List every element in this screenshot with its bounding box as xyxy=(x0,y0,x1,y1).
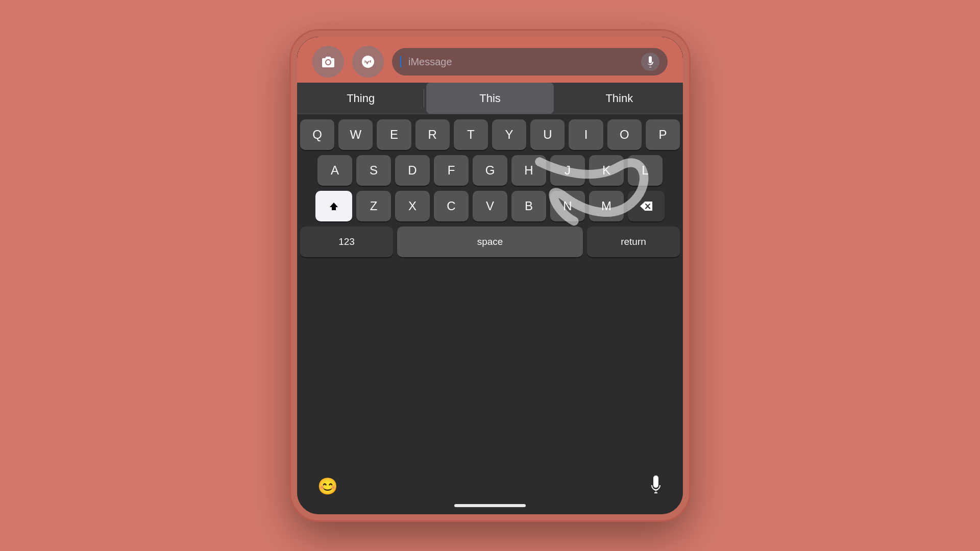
key-m[interactable]: M xyxy=(589,191,624,221)
emoji-button[interactable]: 😊 xyxy=(317,477,338,496)
shift-key[interactable] xyxy=(315,191,352,221)
number-key[interactable]: 123 xyxy=(300,227,393,257)
return-key[interactable]: return xyxy=(587,227,680,257)
key-row-4: 123 space return xyxy=(300,227,680,257)
key-z[interactable]: Z xyxy=(356,191,391,221)
key-x[interactable]: X xyxy=(395,191,430,221)
key-e[interactable]: E xyxy=(377,119,411,150)
message-placeholder: iMessage xyxy=(408,56,636,68)
key-t[interactable]: T xyxy=(454,119,488,150)
autocomplete-this[interactable]: This xyxy=(426,83,553,114)
key-a[interactable]: A xyxy=(317,155,352,186)
key-n[interactable]: N xyxy=(550,191,585,221)
space-key[interactable]: space xyxy=(397,227,583,257)
keys-section: Q W E R T Y U I O P A S D F G xyxy=(297,114,683,468)
key-d[interactable]: D xyxy=(395,155,430,186)
key-s[interactable]: S xyxy=(356,155,391,186)
key-l[interactable]: L xyxy=(628,155,663,186)
autocomplete-bar: Thing This Think xyxy=(297,83,683,114)
home-indicator xyxy=(454,504,526,507)
key-c[interactable]: C xyxy=(434,191,469,221)
key-q[interactable]: Q xyxy=(300,119,334,150)
autocomplete-thing[interactable]: Thing xyxy=(297,83,424,114)
key-y[interactable]: Y xyxy=(492,119,526,150)
key-j[interactable]: J xyxy=(550,155,585,186)
key-f[interactable]: F xyxy=(434,155,469,186)
key-v[interactable]: V xyxy=(473,191,507,221)
delete-key[interactable] xyxy=(628,191,665,221)
phone-frame: iMessage Thing This Think xyxy=(291,31,689,520)
key-row-2: A S D F G H J K L xyxy=(300,155,680,186)
key-h[interactable]: H xyxy=(511,155,546,186)
message-input-bar[interactable]: iMessage xyxy=(392,48,668,76)
key-k[interactable]: K xyxy=(589,155,624,186)
top-mic-button[interactable] xyxy=(641,53,659,71)
top-bar: iMessage xyxy=(297,37,683,83)
key-b[interactable]: B xyxy=(511,191,546,221)
text-cursor xyxy=(400,56,401,67)
bottom-mic-button[interactable] xyxy=(649,475,663,497)
camera-button[interactable] xyxy=(312,46,344,78)
key-row-1: Q W E R T Y U I O P xyxy=(300,119,680,150)
appstore-button[interactable] xyxy=(352,46,384,78)
key-g[interactable]: G xyxy=(473,155,507,186)
autocomplete-think[interactable]: Think xyxy=(556,83,683,114)
key-r[interactable]: R xyxy=(415,119,450,150)
keyboard-area: Thing This Think Q W E R T Y xyxy=(297,83,683,514)
key-u[interactable]: U xyxy=(530,119,565,150)
key-i[interactable]: I xyxy=(569,119,603,150)
key-p[interactable]: P xyxy=(646,119,680,150)
key-row-3: Z X C V B N M xyxy=(300,191,680,221)
bottom-bar: 😊 xyxy=(297,468,683,514)
phone-inner: iMessage Thing This Think xyxy=(297,37,683,514)
key-o[interactable]: O xyxy=(607,119,642,150)
key-w[interactable]: W xyxy=(338,119,373,150)
